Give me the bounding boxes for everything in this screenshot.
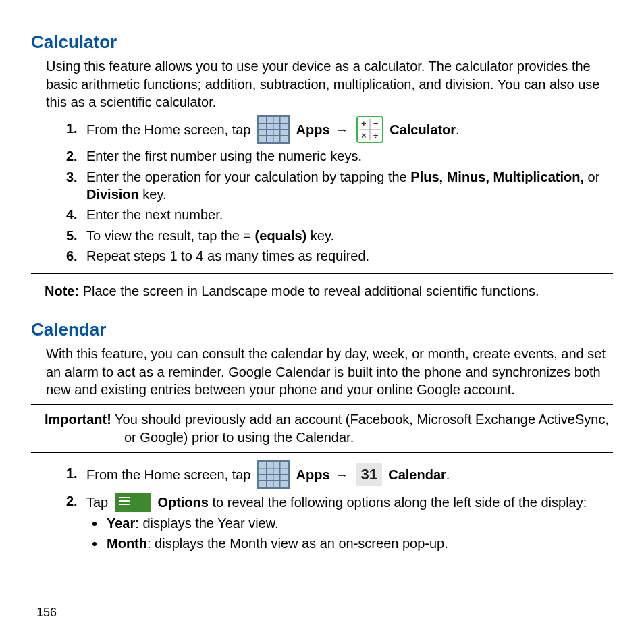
bullet-label: Year xyxy=(107,516,135,531)
bullet-text: : displays the Year view. xyxy=(135,516,278,531)
note-text: Place the screen in Landscape mode to re… xyxy=(79,284,539,298)
apps-label: Apps xyxy=(296,467,330,482)
bullet-text: : displays the Month view as an on-scree… xyxy=(147,536,448,551)
calculator-steps: 1. From the Home screen, tap Apps → +−×÷… xyxy=(66,113,613,265)
page-number: 156 xyxy=(36,606,57,620)
step-text: key. xyxy=(139,187,167,202)
important-label: Important! xyxy=(45,412,111,427)
calendar-heading: Calendar xyxy=(31,318,613,341)
arrow-icon: → xyxy=(333,122,354,137)
calendar-steps: 1. From the Home screen, tap Apps → 31 C… xyxy=(66,458,613,552)
divider-thick xyxy=(31,452,613,453)
apps-grid-icon xyxy=(257,460,290,489)
step-number: 5. xyxy=(66,227,78,244)
calendar-intro: With this feature, you can consult the c… xyxy=(46,345,613,398)
apps-label: Apps xyxy=(296,122,330,137)
step-text: to reveal the following options along th… xyxy=(209,494,587,509)
menu-options-icon xyxy=(115,493,151,512)
calculator-intro: Using this feature allows you to use you… xyxy=(46,57,613,111)
note-label: Note: xyxy=(45,284,79,298)
step-text: Enter the operation for your calculation… xyxy=(86,169,410,184)
step-text: or xyxy=(584,169,599,184)
divider-thick xyxy=(31,404,613,405)
bullet-year: Year: displays the Year view. xyxy=(105,514,613,532)
step-number: 4. xyxy=(66,206,78,223)
step-number: 2. xyxy=(66,147,78,165)
step-number: 2. xyxy=(66,492,78,510)
step-text-end: . xyxy=(446,467,450,482)
calendar-app-icon: 31 xyxy=(356,463,382,486)
divider xyxy=(31,273,613,274)
step-text-end: . xyxy=(456,122,460,137)
step-text: From the Home screen, tap xyxy=(86,122,254,137)
arrow-icon: → xyxy=(333,467,354,482)
calendar-label: Calendar xyxy=(388,467,446,482)
step-number: 1. xyxy=(66,458,78,488)
step-text: key. xyxy=(306,228,334,243)
divider xyxy=(31,308,613,308)
step-text: Enter the next number. xyxy=(86,207,223,222)
step-text: To view the result, tap the = xyxy=(86,228,255,243)
calculator-note: Note: Place the screen in Landscape mode… xyxy=(45,282,613,300)
equals-bold: (equals) xyxy=(255,228,307,243)
important-text: You should previously add an account (Fa… xyxy=(111,412,609,444)
options-label: Options xyxy=(157,494,209,509)
step-text: From the Home screen, tap xyxy=(86,467,254,482)
step-text: Enter the first number using the numeric… xyxy=(86,149,362,163)
bullet-month: Month: displays the Month view as an on-… xyxy=(105,535,613,552)
operations-bold: Plus, Minus, Multiplication, xyxy=(410,169,584,184)
step-number: 3. xyxy=(66,168,78,186)
step-text: Tap xyxy=(86,494,112,509)
options-bullets: Year: displays the Year view. Month: dis… xyxy=(105,514,613,553)
calculator-label: Calculator xyxy=(390,122,456,137)
apps-grid-icon xyxy=(257,115,290,144)
calculator-heading: Calculator xyxy=(31,30,613,53)
step-number: 1. xyxy=(66,113,78,143)
calculator-app-icon: +−×÷ xyxy=(356,116,383,143)
division-bold: Division xyxy=(86,187,139,202)
calendar-important: Important! You should previously add an … xyxy=(45,410,613,446)
step-number: 6. xyxy=(66,247,78,265)
step-text: Repeat steps 1 to 4 as many times as req… xyxy=(86,248,369,263)
bullet-label: Month xyxy=(107,536,147,551)
